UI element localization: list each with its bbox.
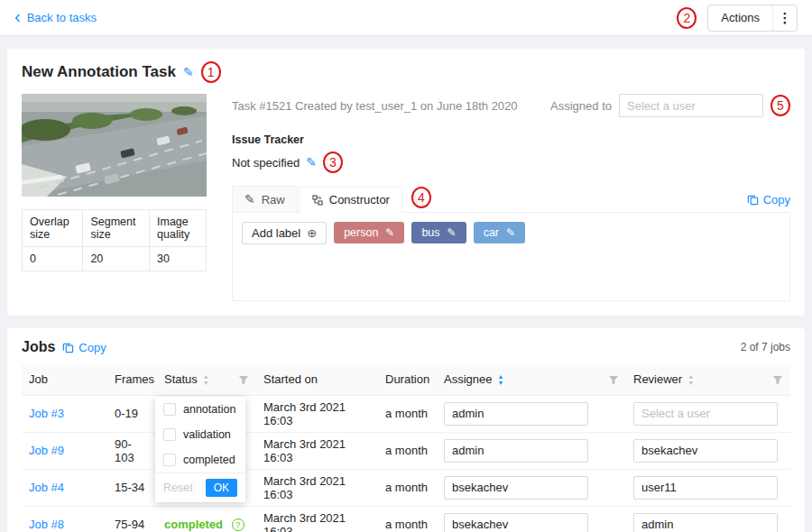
col-status-label: Status	[164, 372, 198, 386]
annotation-circle-4: 4	[411, 187, 431, 208]
job-row: Job #3 0-19 March 3rd 2021 16:03 a month	[22, 395, 790, 432]
col-reviewer-label: Reviewer	[633, 372, 682, 386]
assigned-to-group: Assigned to 5	[550, 94, 790, 117]
add-label-text: Add label	[252, 226, 300, 240]
more-menu-icon[interactable]: ⋮	[773, 10, 797, 26]
status-sorter[interactable]: ▲▼	[203, 373, 209, 386]
job-link[interactable]: Job #3	[29, 407, 64, 420]
col-status: Status ▲▼	[157, 364, 256, 395]
job-link[interactable]: Job #4	[29, 481, 64, 494]
job-reviewer-select[interactable]	[633, 439, 778, 463]
tab-raw[interactable]: ✎ Raw	[232, 186, 298, 212]
tab-constructor[interactable]: Constructor	[300, 187, 402, 213]
job-frames: 90-103	[107, 432, 157, 469]
label-chip-person[interactable]: person ✎	[334, 222, 404, 243]
filter-option-annotation-label: annotation	[183, 403, 235, 416]
task-meta-row: Task #1521 Created by test_user_1 on Jun…	[232, 94, 790, 117]
job-assignee-select[interactable]	[444, 439, 588, 463]
label-chip-bus-name: bus	[421, 226, 439, 239]
param-header-overlap: Overlap size	[23, 210, 83, 247]
label-chip-car[interactable]: car ✎	[474, 222, 525, 243]
actions-button-label: Actions	[708, 11, 772, 24]
col-frames: Frames	[107, 364, 157, 395]
checkbox-annotation[interactable]	[163, 403, 176, 416]
job-frames: 75-94	[107, 506, 157, 532]
tab-raw-label: Raw	[262, 193, 285, 206]
job-status: completed ?	[157, 506, 256, 532]
assignee-sorter[interactable]: ▲▼	[497, 373, 503, 386]
checkbox-completed[interactable]	[163, 454, 176, 466]
chevron-left-icon: ‹	[14, 7, 21, 25]
label-chip-car-name: car	[484, 226, 499, 239]
tab-constructor-label: Constructor	[329, 193, 390, 206]
filter-reset-button[interactable]: Reset	[163, 482, 193, 494]
param-value-quality: 30	[150, 247, 207, 271]
assignee-filter-icon[interactable]	[608, 374, 619, 385]
annotation-circle-1: 1	[201, 61, 221, 83]
job-assignee-select[interactable]	[444, 476, 588, 500]
plus-circle-icon: ⊕	[307, 226, 317, 240]
job-link[interactable]: Job #8	[29, 518, 64, 531]
job-link[interactable]: Job #9	[29, 444, 64, 457]
param-header-segment: Segment size	[83, 210, 150, 247]
job-started: March 3rd 2021 16:03	[256, 469, 378, 506]
task-meta-text: Task #1521 Created by test_user_1 on Jun…	[232, 99, 518, 113]
job-duration: a month	[378, 506, 437, 532]
status-filter-dropdown: annotation validation completed Reset OK	[155, 397, 245, 502]
add-label-button[interactable]: Add label ⊕	[242, 222, 327, 244]
param-header-quality: Image quality	[150, 210, 207, 247]
edit-task-name-icon[interactable]: ✎	[183, 65, 194, 79]
filter-option-annotation[interactable]: annotation	[155, 397, 245, 422]
annotation-circle-5: 5	[770, 95, 790, 116]
edit-issue-tracker-icon[interactable]: ✎	[306, 155, 317, 170]
traffic-scene-graphic	[22, 94, 207, 197]
jobs-count: 2 of 7 jobs	[741, 341, 790, 353]
back-to-tasks-link[interactable]: ‹ Back to tasks	[14, 10, 97, 25]
filter-ok-button[interactable]: OK	[206, 479, 237, 497]
issue-tracker-row: Not specified ✎ 3	[232, 151, 790, 173]
reviewer-sorter[interactable]: ▲▼	[687, 373, 694, 386]
job-duration: a month	[378, 395, 437, 432]
job-frames: 0-19	[107, 395, 157, 432]
issue-tracker-value: Not specified	[232, 156, 300, 170]
col-job: Job	[22, 364, 107, 395]
filter-option-validation[interactable]: validation	[155, 422, 245, 447]
back-to-tasks-label: Back to tasks	[27, 11, 97, 24]
job-reviewer-select[interactable]	[633, 476, 778, 500]
jobs-table-header-row: Job Frames Status ▲▼ Started on Duration	[22, 364, 790, 395]
task-right-column: Task #1521 Created by test_user_1 on Jun…	[232, 94, 790, 301]
label-chip-bus[interactable]: bus ✎	[411, 222, 466, 243]
copy-jobs-link[interactable]: Copy	[62, 341, 106, 354]
edit-label-icon[interactable]: ✎	[448, 226, 457, 239]
task-details-card: New Annotation Task ✎ 1	[7, 49, 805, 316]
col-started: Started on	[256, 364, 378, 395]
param-value-overlap: 0	[23, 247, 83, 271]
job-row: Job #9 90-103 March 3rd 2021 16:03 a mon…	[22, 432, 790, 469]
checkbox-validation[interactable]	[163, 428, 176, 441]
param-value-segment: 20	[83, 247, 150, 271]
task-body: Overlap size Segment size Image quality …	[22, 94, 790, 301]
labels-tabs: ✎ Raw Constructor 4 Copy	[232, 186, 790, 213]
job-reviewer-select[interactable]	[633, 513, 778, 532]
job-reviewer-select[interactable]	[633, 402, 778, 426]
status-filter-icon[interactable]	[238, 374, 249, 385]
status-info-icon[interactable]: ?	[232, 518, 245, 531]
task-title: New Annotation Task	[22, 63, 176, 81]
edit-label-icon[interactable]: ✎	[385, 226, 394, 239]
copy-labels-link[interactable]: Copy	[747, 193, 790, 206]
job-assignee-select[interactable]	[444, 513, 588, 532]
task-left-column: Overlap size Segment size Image quality …	[22, 94, 207, 301]
filter-option-completed[interactable]: completed	[155, 447, 245, 472]
topbar-right: 2 Actions ⋮	[677, 5, 798, 32]
col-reviewer: Reviewer ▲▼	[626, 364, 790, 395]
jobs-header: Jobs Copy 2 of 7 jobs	[22, 339, 790, 355]
task-assignee-select[interactable]	[619, 94, 763, 117]
edit-label-icon[interactable]: ✎	[506, 226, 515, 239]
task-preview-image	[22, 94, 207, 197]
job-duration: a month	[378, 469, 437, 506]
jobs-title: Jobs	[22, 339, 55, 355]
job-assignee-select[interactable]	[444, 402, 588, 426]
reviewer-filter-icon[interactable]	[772, 374, 783, 385]
col-assignee-label: Assignee	[444, 372, 492, 386]
actions-button[interactable]: Actions ⋮	[707, 5, 798, 32]
